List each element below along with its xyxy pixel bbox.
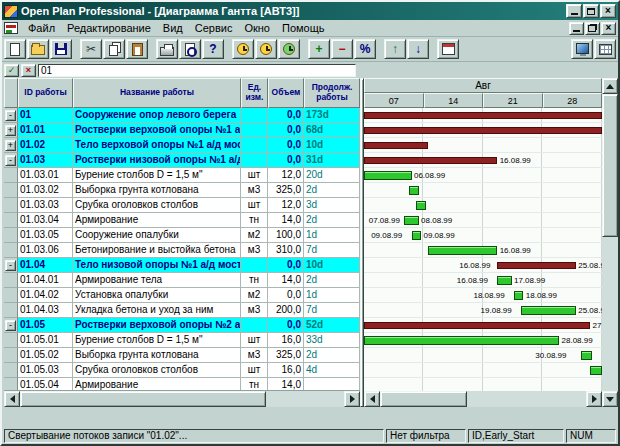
task-bar[interactable] — [497, 276, 511, 285]
expand-button[interactable]: + — [5, 125, 16, 136]
table-row[interactable]: -01.05Ростверки верховой опоры №2 а/д0,0… — [4, 318, 360, 333]
remove-activity-button[interactable]: − — [331, 39, 353, 59]
menu-file[interactable]: Файл — [22, 21, 61, 35]
calendar-button[interactable] — [437, 39, 459, 59]
child-restore-button[interactable] — [585, 22, 600, 35]
risk-analysis-button[interactable] — [278, 39, 300, 59]
scroll-right-button[interactable] — [586, 391, 602, 407]
task-bar[interactable] — [521, 306, 576, 315]
menu-window[interactable]: Окно — [238, 21, 276, 35]
row-expander-cell — [4, 378, 18, 391]
resource-scheduling-button[interactable] — [255, 39, 277, 59]
print-preview-button[interactable] — [179, 39, 201, 59]
gantt-hscroll-thumb[interactable] — [380, 391, 467, 407]
gantt-hscrollbar[interactable] — [364, 391, 602, 407]
activity-name-cell: Срубка оголовков столбов — [73, 363, 241, 378]
table-row[interactable]: 01.04.02Установка опалубким20,01d — [4, 288, 360, 303]
menu-view[interactable]: Вид — [157, 21, 189, 35]
table-row[interactable]: 01.03.02Выборка грунта котлованам3325,02… — [4, 183, 360, 198]
vscroll-thumb[interactable] — [602, 94, 618, 237]
table-row[interactable]: 01.05.03Срубка оголовков столбовшт16,04d — [4, 363, 360, 378]
table-row[interactable]: 01.05.01Бурение столбов D = 1,5 м"шт16,0… — [4, 333, 360, 348]
table-hscroll-thumb[interactable] — [20, 391, 266, 407]
time-analysis-button[interactable] — [232, 39, 254, 59]
table-row[interactable]: 01.03.06Бетонирование и выстойка бетонам… — [4, 243, 360, 258]
task-bar[interactable] — [416, 201, 426, 210]
activity-unit-cell: шт — [241, 198, 268, 213]
table-row[interactable]: +01.02Тело верховой опоры №1 а/д моста0,… — [4, 138, 360, 153]
table-hscrollbar[interactable] — [4, 391, 360, 407]
activity-name-cell: Укладка бетона и уход за ним — [73, 303, 241, 318]
open-button[interactable] — [27, 39, 49, 59]
child-close-button[interactable]: × — [601, 22, 616, 35]
summary-bar[interactable] — [364, 112, 602, 119]
maximize-button[interactable] — [583, 4, 599, 18]
table-row[interactable]: 01.03.05Сооружение опалубким2100,01d — [4, 228, 360, 243]
help-button[interactable]: ? — [202, 39, 224, 59]
task-bar[interactable] — [364, 336, 559, 345]
table-row[interactable]: 01.03.01Бурение столбов D = 1,5 м"шт12,0… — [4, 168, 360, 183]
print-button[interactable] — [156, 39, 178, 59]
table-view-button[interactable] — [594, 39, 616, 59]
table-row[interactable]: 01.03.04Армированиетн14,02d — [4, 213, 360, 228]
summary-bar[interactable] — [364, 127, 602, 134]
copy-button[interactable] — [103, 39, 125, 59]
minimize-button[interactable] — [566, 4, 582, 18]
table-hscroll-track[interactable] — [20, 391, 344, 407]
cancel-button[interactable]: × — [21, 64, 36, 77]
scroll-right-button[interactable] — [344, 391, 360, 407]
confirm-button[interactable]: ✓ — [4, 64, 19, 77]
task-bar[interactable] — [364, 171, 412, 180]
task-bar[interactable] — [581, 351, 593, 360]
task-bar[interactable] — [428, 246, 497, 255]
menu-edit[interactable]: Редактирование — [61, 21, 157, 35]
row-expander-cell — [4, 333, 18, 348]
summary-bar[interactable] — [364, 157, 497, 164]
progress-button[interactable]: % — [354, 39, 376, 59]
collapse-button[interactable]: - — [5, 110, 16, 121]
collapse-button[interactable]: - — [5, 260, 16, 271]
table-row[interactable]: 01.05.04Армированиетн14,0 — [4, 378, 360, 391]
cut-button[interactable]: ✂ — [80, 39, 102, 59]
move-down-button[interactable]: ↓ — [407, 39, 429, 59]
vertical-scrollbar[interactable] — [602, 78, 618, 407]
summary-bar[interactable] — [364, 322, 590, 329]
screen-view-button[interactable] — [571, 39, 593, 59]
task-bar[interactable] — [590, 366, 602, 375]
table-row[interactable]: 01.04.03Укладка бетона и уход за нимм320… — [4, 303, 360, 318]
task-bar[interactable] — [412, 231, 422, 240]
paste-button[interactable] — [126, 39, 148, 59]
gantt-hscroll-track[interactable] — [380, 391, 586, 407]
add-activity-button[interactable]: + — [308, 39, 330, 59]
table-row[interactable]: -01.03Ростверки низовой опоры №1 а/д м0,… — [4, 153, 360, 168]
scroll-left-button[interactable] — [364, 391, 380, 407]
task-bar[interactable] — [409, 186, 419, 195]
menu-help[interactable]: Помощь — [276, 21, 331, 35]
child-window-icon[interactable] — [4, 22, 18, 34]
vscroll-track[interactable] — [602, 94, 618, 391]
table-row[interactable]: 01.05.02Выборка грунта котлованам3325,02… — [4, 348, 360, 363]
table-row[interactable]: 01.03.03Срубка оголовков столбовшт12,03d — [4, 198, 360, 213]
table-row[interactable]: -01.04Тело низовой опоры №1 а/д моста0,0… — [4, 258, 360, 273]
app-icon[interactable] — [4, 5, 18, 18]
collapse-button[interactable]: - — [5, 155, 16, 166]
table-row[interactable]: 01.04.01Армирование телатн14,02d — [4, 273, 360, 288]
move-up-button[interactable]: ↑ — [384, 39, 406, 59]
task-bar[interactable] — [514, 291, 524, 300]
task-bar[interactable] — [404, 216, 418, 225]
close-button[interactable]: × — [600, 4, 616, 18]
summary-bar[interactable] — [497, 262, 576, 269]
expand-button[interactable]: + — [5, 140, 16, 151]
menu-tools[interactable]: Сервис — [189, 21, 239, 35]
collapse-button[interactable]: - — [5, 320, 16, 331]
summary-bar[interactable] — [364, 142, 428, 149]
scroll-up-button[interactable] — [602, 78, 618, 94]
scroll-down-button[interactable] — [602, 391, 618, 407]
scroll-left-button[interactable] — [4, 391, 20, 407]
table-row[interactable]: -01Сооружение опор левого берега0,0173d — [4, 108, 360, 123]
cell-editor-input[interactable] — [38, 64, 356, 77]
save-button[interactable] — [50, 39, 72, 59]
new-button[interactable] — [4, 39, 26, 59]
child-minimize-button[interactable] — [569, 22, 584, 35]
table-row[interactable]: +01.01Ростверки верховой опоры №1 а/д0,0… — [4, 123, 360, 138]
